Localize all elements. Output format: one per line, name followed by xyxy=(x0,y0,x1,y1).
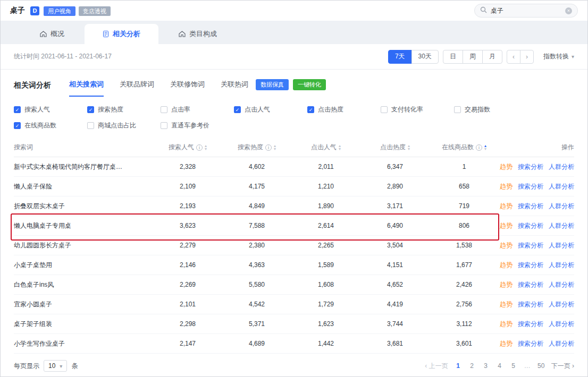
filter-item[interactable]: 交易指数 xyxy=(454,105,527,114)
header-badge[interactable]: 用户视角 xyxy=(44,6,75,16)
action-link[interactable]: 搜索分析 xyxy=(518,280,543,289)
table-row: 幼儿园圆形长方桌子2,2792,3802,2653,5041,538趋势搜索分析… xyxy=(14,236,574,255)
keyword-cell: 桌子架子组装 xyxy=(14,320,153,329)
sort-icon[interactable]: ▴▾ xyxy=(205,144,207,151)
pagination-page[interactable]: 4 xyxy=(496,362,503,370)
action-link[interactable]: 搜索分析 xyxy=(518,261,543,270)
pagination-next[interactable]: 下一页 › xyxy=(551,362,574,371)
checkbox[interactable]: ✓ xyxy=(14,122,21,129)
action-link[interactable]: 人群分析 xyxy=(549,162,574,172)
action-link[interactable]: 搜索分析 xyxy=(518,202,543,211)
filter-item[interactable]: 支付转化率 xyxy=(381,105,454,114)
header-badge[interactable]: 竞店透视 xyxy=(79,6,111,16)
info-icon[interactable]: i xyxy=(265,144,272,151)
checkbox[interactable] xyxy=(454,106,461,113)
clear-search-icon[interactable]: × xyxy=(565,7,572,14)
actions-cell: 趋势搜索分析人群分析 xyxy=(499,320,574,329)
next-period-button[interactable]: › xyxy=(520,50,534,64)
action-link[interactable]: 人群分析 xyxy=(549,221,574,230)
value-cell: 4,175 xyxy=(222,183,291,190)
nav-tab[interactable]: 类目构成 xyxy=(161,24,235,44)
sort-icon[interactable]: ▴▾ xyxy=(408,144,410,151)
action-link[interactable]: 搜索分析 xyxy=(518,162,543,172)
search-box[interactable]: 桌子 × xyxy=(474,4,578,18)
checkbox[interactable]: ✓ xyxy=(234,106,241,113)
action-link[interactable]: 人群分析 xyxy=(549,182,574,191)
filter-item[interactable]: ✓点击热度 xyxy=(307,105,381,114)
action-link[interactable]: 趋势 xyxy=(500,261,513,270)
filter-item[interactable]: ✓点击人气 xyxy=(234,105,307,114)
checkbox[interactable] xyxy=(381,106,388,113)
range-button[interactable]: 7天 xyxy=(388,50,412,64)
action-link[interactable]: 人群分析 xyxy=(549,241,574,250)
action-link[interactable]: 人群分析 xyxy=(549,320,574,329)
date-range-label: 统计时间 2021-06-11 - 2021-06-17 xyxy=(14,52,112,61)
page-size-select[interactable]: 10 ▾ xyxy=(44,360,67,372)
section-tab[interactable]: 相关搜索词 xyxy=(69,80,104,97)
action-link[interactable]: 趋势 xyxy=(500,300,513,309)
action-link[interactable]: 趋势 xyxy=(500,162,513,172)
action-link[interactable]: 搜索分析 xyxy=(518,221,543,230)
column-header[interactable]: 点击热度▴▾ xyxy=(360,143,430,152)
sort-icon[interactable]: ▴▾ xyxy=(339,144,341,151)
unit-button[interactable]: 周 xyxy=(463,50,483,64)
action-link[interactable]: 搜索分析 xyxy=(518,339,543,348)
action-link[interactable]: 趋势 xyxy=(500,241,513,250)
unit-button[interactable]: 月 xyxy=(482,50,502,64)
action-link[interactable]: 搜索分析 xyxy=(518,241,543,250)
column-header[interactable]: 在线商品数i▴▾ xyxy=(430,143,499,152)
pagination-page[interactable]: 2 xyxy=(468,362,476,370)
pagination-page[interactable]: 1 xyxy=(455,362,462,370)
pagination-page[interactable]: 3 xyxy=(482,362,490,370)
checkbox[interactable]: ✓ xyxy=(307,106,314,113)
sort-icon[interactable]: ▴▾ xyxy=(274,144,276,151)
action-link[interactable]: 趋势 xyxy=(500,320,513,329)
nav-tab[interactable]: 概况 xyxy=(22,24,82,44)
filter-item[interactable]: ✓在线商品数 xyxy=(14,121,87,130)
action-link[interactable]: 搜索分析 xyxy=(518,300,543,309)
column-header[interactable]: 点击人气▴▾ xyxy=(291,143,360,152)
action-link[interactable]: 人群分析 xyxy=(549,300,574,309)
column-header[interactable]: 搜索热度i▴▾ xyxy=(222,143,291,152)
unit-button[interactable]: 日 xyxy=(443,50,463,64)
info-icon[interactable]: i xyxy=(476,144,482,151)
action-link[interactable]: 趋势 xyxy=(500,221,513,230)
action-link[interactable]: 趋势 xyxy=(500,182,513,191)
section-tab[interactable]: 关联热词 xyxy=(221,80,248,97)
filter-item[interactable]: 直通车参考价 xyxy=(161,121,234,130)
action-link[interactable]: 人群分析 xyxy=(549,202,574,211)
index-toggle[interactable]: 指数转换 ▾ xyxy=(543,52,574,61)
prev-period-button[interactable]: ‹ xyxy=(507,50,520,64)
action-link[interactable]: 人群分析 xyxy=(549,280,574,289)
info-icon[interactable]: i xyxy=(196,144,203,151)
checkbox[interactable]: ✓ xyxy=(87,106,94,113)
action-link[interactable]: 人群分析 xyxy=(549,261,574,270)
filter-item[interactable]: 点击率 xyxy=(161,105,234,114)
range-button[interactable]: 30天 xyxy=(411,50,439,64)
search-input[interactable]: 桌子 xyxy=(491,6,561,15)
pagination-page[interactable]: 5 xyxy=(510,362,517,370)
checkbox[interactable]: ✓ xyxy=(14,106,21,113)
sort-icon[interactable]: ▴▾ xyxy=(484,144,486,151)
pill-button[interactable]: 数据保真 xyxy=(256,79,289,90)
pagination-prev[interactable]: ‹ 上一页 xyxy=(425,362,448,371)
checkbox[interactable] xyxy=(161,122,167,129)
doc-icon xyxy=(103,31,109,37)
pill-button[interactable]: 一键转化 xyxy=(293,79,326,90)
column-header[interactable]: 搜索人气i▴▾ xyxy=(153,143,222,152)
section-tab[interactable]: 关联修饰词 xyxy=(170,80,205,97)
pagination-page[interactable]: 50 xyxy=(537,362,545,370)
filter-item[interactable]: ✓搜索人气 xyxy=(14,105,87,114)
action-link[interactable]: 搜索分析 xyxy=(518,182,543,191)
action-link[interactable]: 趋势 xyxy=(500,202,513,211)
checkbox[interactable] xyxy=(161,106,167,113)
filter-item[interactable]: 商城点击占比 xyxy=(87,121,161,130)
action-link[interactable]: 趋势 xyxy=(500,339,513,348)
filter-item[interactable]: ✓搜索热度 xyxy=(87,105,161,114)
action-link[interactable]: 人群分析 xyxy=(549,339,574,348)
checkbox[interactable] xyxy=(87,122,94,129)
action-link[interactable]: 搜索分析 xyxy=(518,320,543,329)
action-link[interactable]: 趋势 xyxy=(500,280,513,289)
section-tab[interactable]: 关联品牌词 xyxy=(120,80,154,97)
nav-tab[interactable]: 相关分析 xyxy=(85,24,158,44)
